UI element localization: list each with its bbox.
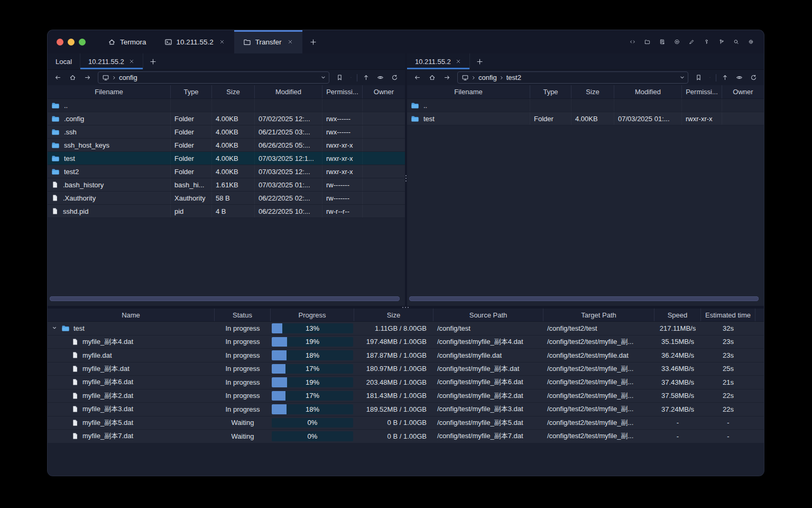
cell-value: /config/test2/test/myfile_副... [547, 431, 633, 441]
bookmark-button[interactable] [333, 71, 346, 84]
folder-icon[interactable] [641, 36, 653, 48]
file-row[interactable]: .sshFolder4.00KB06/21/2025 03:...rwx----… [48, 125, 405, 139]
minimize-window-button[interactable] [68, 39, 75, 46]
column-header-permissi[interactable]: Permissi... [682, 85, 722, 98]
new-panel-tab-button[interactable] [470, 53, 490, 69]
arrow-left-button[interactable] [411, 71, 424, 84]
transfer-row[interactable]: myfile_副本.datIn progress17%180.97MB / 1.… [48, 362, 764, 376]
record-icon[interactable] [671, 36, 683, 48]
titlebar[interactable]: Termora10.211.55.2Transfer [48, 30, 764, 53]
close-icon[interactable] [128, 58, 135, 65]
arrow-left-button[interactable] [51, 71, 64, 84]
column-header-owner[interactable]: Owner [722, 85, 764, 98]
column-header-permissi[interactable]: Permissi... [322, 85, 363, 98]
caret-down-button[interactable] [347, 71, 355, 84]
column-header-filename[interactable]: Filename [407, 85, 530, 98]
new-panel-tab-button[interactable] [143, 53, 163, 69]
cell-value: 4.00KB [216, 115, 238, 123]
folder-icon [51, 141, 60, 149]
transfer-row[interactable]: myfile_副本4.datIn progress19%197.48MB / 1… [48, 335, 764, 349]
chevron-expanded-icon[interactable] [51, 325, 58, 331]
column-header-estimated-time[interactable]: Estimated time [701, 309, 755, 321]
close-icon[interactable] [219, 39, 225, 45]
home-button[interactable] [66, 71, 79, 84]
column-header-size[interactable]: Size [212, 85, 255, 98]
column-header-owner[interactable]: Owner [363, 85, 405, 98]
cell-value: 4 B [216, 207, 226, 215]
arrow-right-button[interactable] [440, 71, 454, 84]
transfer-row[interactable]: testIn progress13%1.11GB / 8.00GB/config… [48, 322, 764, 335]
column-header-size[interactable]: Size [354, 309, 433, 321]
eye-button[interactable] [374, 71, 387, 84]
file-row[interactable]: .. [48, 99, 405, 112]
horizontal-scrollbar-thumb[interactable] [50, 296, 400, 301]
zoom-window-button[interactable] [79, 39, 86, 46]
settings-icon[interactable] [745, 36, 757, 48]
column-header-speed[interactable]: Speed [654, 309, 701, 321]
home-button[interactable] [426, 71, 439, 84]
file-row[interactable]: ssh_host_keysFolder4.00KB06/26/2025 05:.… [48, 139, 405, 152]
code-icon[interactable] [626, 36, 639, 48]
horizontal-scrollbar-thumb[interactable] [409, 296, 759, 301]
transfer-row[interactable]: myfile_副本2.datIn progress17%181.43MB / 1… [48, 389, 764, 403]
column-header-size[interactable]: Size [571, 85, 614, 98]
cell-value: 37.58MB/s [661, 392, 694, 400]
file-row[interactable]: .. [407, 99, 764, 112]
arrow-up-button[interactable] [718, 71, 732, 84]
panel-tab-10-211-55-2[interactable]: 10.211.55.2 [407, 53, 470, 69]
file-row[interactable]: test2Folder4.00KB07/03/2025 12:...rwxr-x… [48, 165, 405, 178]
refresh-button[interactable] [388, 71, 401, 84]
target-path-cell: /config/test2/test/myfile_副... [543, 416, 654, 430]
arrow-right-button[interactable] [81, 71, 94, 84]
window-tab-10-211-55-2[interactable]: 10.211.55.2 [155, 30, 234, 53]
close-window-button[interactable] [57, 39, 63, 46]
file-row[interactable]: testFolder4.00KB07/03/2025 01:...rwxr-xr… [407, 112, 764, 125]
progress-bar-fill [272, 391, 285, 401]
horizontal-splitter[interactable] [48, 306, 764, 309]
refresh-button[interactable] [747, 71, 760, 84]
column-header-modified[interactable]: Modified [255, 85, 322, 98]
cell-value: 4.00KB [216, 155, 238, 162]
file-row[interactable]: .XauthorityXauthority58 B06/22/2025 02:.… [48, 192, 405, 205]
file-row[interactable]: .configFolder4.00KB07/02/2025 12:...rwx-… [48, 112, 405, 125]
file-row[interactable]: .bash_historybash_hi...1.61KB07/03/2025 … [48, 178, 405, 192]
transfer-row[interactable]: myfile_副本3.datIn progress18%189.52MB / 1… [48, 403, 764, 416]
panel-tab-10-211-55-2[interactable]: 10.211.55.2 [80, 53, 143, 69]
transfer-row[interactable]: myfile_副本6.datIn progress19%203.48MB / 1… [48, 376, 764, 389]
keychain-icon[interactable] [715, 36, 727, 48]
column-header-type[interactable]: Type [171, 85, 212, 98]
close-icon[interactable] [455, 58, 462, 65]
column-header-modified[interactable]: Modified [614, 85, 682, 98]
column-header-type[interactable]: Type [530, 85, 571, 98]
transfer-row[interactable]: myfile_副本5.datWaiting0%0 B / 1.00GB/conf… [48, 416, 764, 430]
close-icon[interactable] [287, 39, 293, 45]
window-tab-termora[interactable]: Termora [99, 30, 155, 53]
key-icon[interactable] [700, 36, 713, 48]
file-row[interactable]: testFolder4.00KB07/03/2025 12:1...rwxr-x… [48, 152, 405, 165]
path-field[interactable]: config [98, 71, 329, 84]
transfer-row[interactable]: myfile_副本7.datWaiting0%0 B / 1.00GB/conf… [48, 430, 764, 443]
path-segment[interactable]: config [478, 74, 497, 81]
column-header-filename[interactable]: Filename [48, 85, 171, 98]
bookmark-button[interactable] [692, 71, 705, 84]
column-header-name[interactable]: Name [48, 309, 215, 321]
panel-tab-local[interactable]: Local [48, 53, 80, 69]
eye-button[interactable] [733, 71, 746, 84]
column-header-progress[interactable]: Progress [271, 309, 354, 321]
arrow-up-button[interactable] [359, 71, 373, 84]
path-segment[interactable]: config [119, 74, 137, 81]
column-header-status[interactable]: Status [215, 309, 271, 321]
column-header-source-path[interactable]: Source Path [433, 309, 543, 321]
file-row[interactable]: sshd.pidpid4 B06/22/2025 10:...rw-r--r-- [48, 205, 405, 218]
speed-cell: - [654, 416, 701, 430]
transfer-row[interactable]: myfile.datIn progress18%187.87MB / 1.00G… [48, 349, 764, 362]
search-icon[interactable] [730, 36, 742, 48]
caret-down-button[interactable] [706, 71, 714, 84]
log-icon[interactable] [656, 36, 668, 48]
new-window-tab-button[interactable] [302, 30, 324, 53]
path-segment[interactable]: test2 [506, 74, 521, 81]
edit-icon[interactable] [686, 36, 698, 48]
column-header-target-path[interactable]: Target Path [543, 309, 654, 321]
window-tab-transfer[interactable]: Transfer [234, 30, 302, 53]
path-field[interactable]: configtest2 [457, 71, 688, 84]
